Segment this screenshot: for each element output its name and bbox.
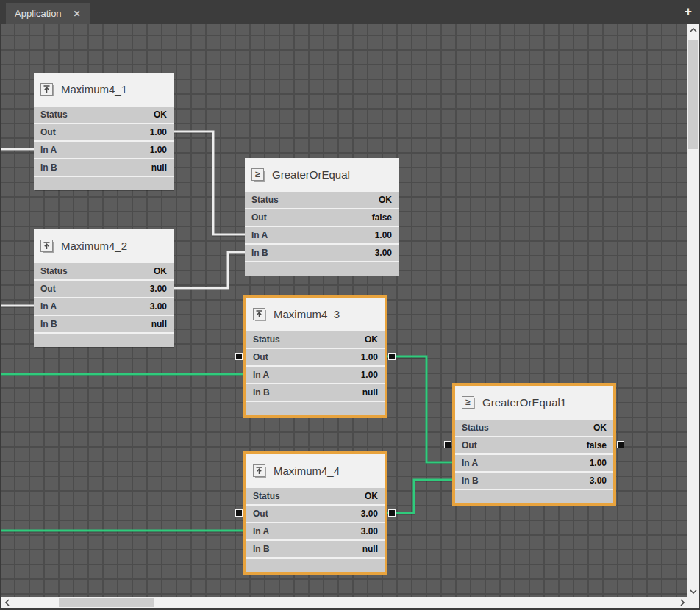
vertical-scrollbar[interactable]	[688, 24, 699, 597]
node-row-in-a[interactable]: In A 1.00	[455, 453, 613, 471]
node-footer	[34, 332, 174, 347]
node-row-in-a[interactable]: In A 1.00	[246, 365, 385, 383]
row-value: OK	[365, 491, 378, 501]
row-value: null	[362, 387, 378, 398]
node-row-in-b[interactable]: In B null	[34, 158, 174, 176]
node-footer	[455, 489, 613, 503]
row-value: false	[587, 440, 607, 451]
node-title: GreaterOrEqual	[272, 168, 350, 181]
vertical-scroll-thumb[interactable]	[688, 40, 698, 149]
node-greaterorequal[interactable]: ≥ GreaterOrEqual Status OK Out false In …	[245, 158, 399, 276]
row-value: OK	[154, 266, 167, 276]
node-row-in-b[interactable]: In B null	[34, 315, 174, 332]
port-handle-maximum4-4-out-right[interactable]	[388, 509, 396, 517]
row-label: Out	[253, 509, 268, 519]
maximum-icon	[40, 240, 53, 252]
node-row-in-b[interactable]: In B 3.00	[245, 243, 399, 261]
node-row-out[interactable]: Out 1.00	[34, 123, 174, 140]
row-label: In B	[251, 248, 268, 258]
node-maximum4-2[interactable]: Maximum4_2 Status OK Out 3.00 In A 3.00 …	[34, 229, 174, 347]
port-handle-maximum4-4-out-left[interactable]	[235, 509, 243, 517]
chevron-left-icon	[5, 599, 10, 606]
node-row-out[interactable]: Out 3.00	[246, 504, 385, 522]
horizontal-scroll-thumb[interactable]	[59, 598, 154, 607]
node-row-status[interactable]: Status OK	[455, 418, 613, 436]
wire-maximum4-4-out-to-greaterorequal1-in-b[interactable]	[388, 480, 452, 513]
row-value: false	[372, 212, 392, 223]
row-label: In B	[462, 476, 479, 486]
node-row-out[interactable]: Out false	[245, 208, 399, 226]
node-maximum4-3[interactable]: Maximum4_3 Status OK Out 1.00 In A 1.00 …	[243, 295, 388, 418]
node-row-status[interactable]: Status OK	[245, 190, 399, 208]
node-row-out[interactable]: Out false	[455, 436, 613, 453]
node-footer	[34, 176, 174, 190]
scroll-up-button[interactable]	[688, 24, 699, 35]
row-value: OK	[154, 110, 167, 120]
port-handle-maximum4-3-out-left[interactable]	[235, 353, 243, 360]
port-handle-greaterorequal1-out-left[interactable]	[444, 441, 451, 448]
add-tab-button[interactable]: +	[681, 4, 696, 19]
graph-canvas[interactable]: Maximum4_1 Status OK Out 1.00 In A 1.00 …	[0, 24, 688, 597]
wire-maximum4-1-out-to-greaterorequal-in-a[interactable]	[174, 132, 245, 234]
row-label: In B	[253, 387, 270, 398]
node-row-in-a[interactable]: In A 3.00	[34, 297, 174, 315]
row-value: 1.00	[590, 458, 607, 468]
node-row-status[interactable]: Status OK	[34, 262, 174, 279]
node-row-in-a[interactable]: In A 1.00	[34, 140, 174, 158]
maximum-icon	[253, 464, 265, 477]
node-greaterorequal1[interactable]: ≥ GreaterOrEqual1 Status OK Out false In…	[452, 383, 616, 506]
row-value: 1.00	[150, 127, 167, 137]
node-footer	[246, 401, 385, 415]
node-header: Maximum4_3	[246, 298, 385, 330]
node-row-in-a[interactable]: In A 1.00	[245, 226, 399, 243]
row-label: In B	[253, 544, 270, 554]
tab-label: Application	[15, 8, 62, 19]
node-maximum4-4[interactable]: Maximum4_4 Status OK Out 3.00 In A 3.00 …	[243, 451, 388, 575]
tab-application[interactable]: Application ✕	[6, 3, 90, 24]
row-label: Out	[462, 440, 477, 451]
chevron-right-icon	[680, 599, 685, 606]
row-value: null	[362, 544, 378, 554]
row-value: 3.00	[590, 476, 607, 486]
node-editor-window: Application ✕ +	[0, 0, 700, 610]
canvas-edge	[0, 24, 1, 597]
row-label: Status	[462, 423, 489, 433]
row-label: Status	[251, 195, 279, 205]
row-label: Out	[253, 352, 268, 362]
port-handle-maximum4-3-out-right[interactable]	[388, 353, 396, 360]
gte-glyph: ≥	[255, 170, 260, 179]
row-label: In B	[40, 319, 57, 329]
node-header: ≥ GreaterOrEqual	[245, 158, 399, 190]
scroll-right-button[interactable]	[676, 597, 688, 608]
wire-maximum4-3-out-to-greaterorequal1-in-a[interactable]	[388, 356, 452, 462]
row-value: 1.00	[375, 230, 392, 240]
node-row-in-b[interactable]: In B null	[246, 383, 385, 401]
close-icon[interactable]: ✕	[74, 9, 81, 19]
node-row-in-b[interactable]: In B 3.00	[455, 471, 613, 489]
row-value: OK	[365, 334, 378, 345]
node-row-status[interactable]: Status OK	[34, 105, 174, 123]
node-title: GreaterOrEqual1	[482, 396, 566, 409]
row-label: Out	[251, 212, 267, 223]
row-value: 3.00	[150, 284, 167, 294]
node-row-in-b[interactable]: In B null	[246, 539, 385, 557]
node-title: Maximum4_1	[61, 83, 127, 96]
node-row-out[interactable]: Out 1.00	[246, 348, 385, 365]
row-value: OK	[379, 195, 392, 205]
horizontal-scrollbar[interactable]	[1, 597, 699, 608]
node-row-in-a[interactable]: In A 3.00	[246, 522, 385, 539]
wire-maximum4-2-out-to-greaterorequal-in-b[interactable]	[174, 252, 245, 288]
row-label: Status	[40, 110, 68, 120]
scroll-left-button[interactable]	[1, 597, 12, 608]
greater-or-equal-icon: ≥	[462, 396, 474, 409]
node-row-out[interactable]: Out 3.00	[34, 279, 174, 297]
chevron-down-icon	[690, 589, 697, 594]
node-footer	[246, 557, 385, 572]
node-title: Maximum4_2	[61, 240, 127, 252]
row-value: null	[151, 162, 167, 173]
scroll-down-button[interactable]	[688, 586, 699, 597]
port-handle-greaterorequal1-out-right[interactable]	[617, 441, 624, 448]
node-row-status[interactable]: Status OK	[246, 330, 385, 348]
node-maximum4-1[interactable]: Maximum4_1 Status OK Out 1.00 In A 1.00 …	[34, 73, 174, 190]
node-row-status[interactable]: Status OK	[246, 487, 385, 504]
